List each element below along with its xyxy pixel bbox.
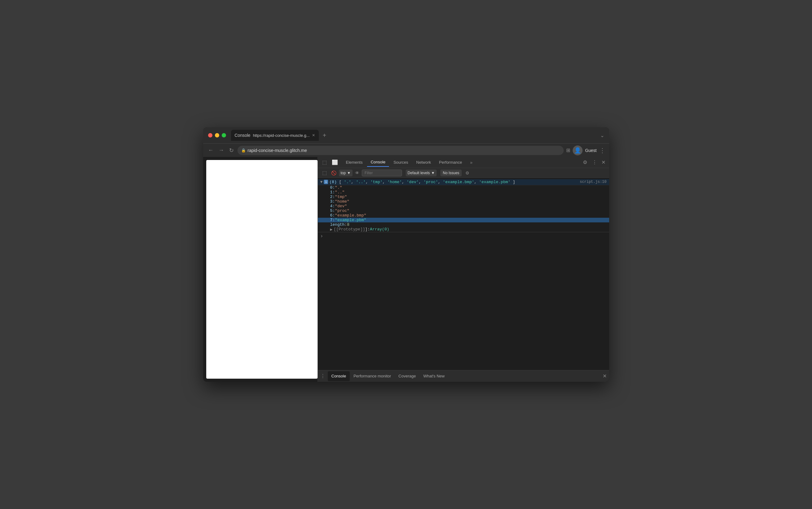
devtools-element-inspect-icon[interactable]: ⬚ [320,169,329,177]
context-value: top [341,171,346,175]
array-item-7: 7: "example.pbm" [318,218,609,223]
tab-console[interactable]: Console [367,158,389,167]
more-tabs-button[interactable]: » [466,158,476,167]
guest-label: Guest [585,148,596,153]
tab-performance[interactable]: Performance [435,158,466,167]
tab-network[interactable]: Network [412,158,435,167]
array-item-0: 0: "." [318,185,609,190]
console-input[interactable] [325,234,606,239]
drawer-tab-coverage[interactable]: Coverage [395,371,419,381]
no-issues-button[interactable]: No Issues [440,170,462,176]
new-tab-button[interactable]: + [320,132,329,139]
profile-button[interactable]: 👤 [573,145,583,155]
array-item-2: 2: "tmp" [318,195,609,199]
tab-sources[interactable]: Sources [389,158,412,167]
inspect-element-button[interactable]: ⬚ [320,158,329,167]
url-text: rapid-concise-muscle.glitch.me [248,148,307,153]
console-output: ▼ i (8) [ '.', '..', 'tmp', 'home', 'dev… [318,178,609,370]
tab-url: https://rapid-concise-muscle.g... [253,133,310,138]
source-link[interactable]: script.js:10 [580,180,606,184]
url-bar[interactable]: 🔒 rapid-concise-muscle.glitch.me [238,146,564,155]
clear-console-icon[interactable]: 🚫 [331,170,337,175]
title-bar-right: ⌄ [600,133,604,138]
console-array-entry: ▼ i (8) [ '.', '..', 'tmp', 'home', 'dev… [318,179,609,185]
highlighted-value: "example.pbm" [335,218,366,223]
close-traffic-light[interactable] [208,133,212,137]
lock-icon: 🔒 [241,148,246,152]
more-menu-button[interactable]: ⋮ [599,147,605,154]
reload-button[interactable]: ↻ [228,146,235,155]
devtools-actions: ⚙ ⋮ ✕ [581,158,607,167]
tab-favicon: Console [235,133,250,138]
drawer-coverage-label: Coverage [399,374,416,378]
default-levels-selector[interactable]: Default levels ▼ [406,170,437,176]
array-item-3: 3: "home" [318,199,609,204]
console-input-line: › [318,232,609,240]
default-levels-label: Default levels [408,171,430,175]
nav-bar: ← → ↻ 🔒 rapid-concise-muscle.glitch.me ⊞… [203,143,609,157]
active-tab[interactable]: Console https://rapid-concise-muscle.g..… [231,130,319,141]
devtools-toolbar: ⬚ ⬜ Elements Console Sources Network [318,157,609,168]
drawer-tab-whats-new[interactable]: What's New [419,371,448,381]
array-item-4: 4: "dev" [318,204,609,208]
filter-input[interactable] [362,170,402,176]
devtools-more-button[interactable]: ⋮ [590,158,599,167]
bottom-drawer: ⋮ Console Performance monitor Coverage W… [318,370,609,382]
prototype-toggle[interactable]: ▶ [330,227,333,232]
drawer-tab-console[interactable]: Console [328,371,350,381]
traffic-lights [208,133,226,137]
tab-bar: Console https://rapid-concise-muscle.g..… [231,130,598,141]
console-toolbar: ⬚ 🚫 top ▼ 👁 Default levels ▼ No Issues ⚙ [318,168,609,178]
array-collapse-toggle[interactable]: ▼ [320,180,323,184]
info-badge: i [324,180,328,184]
array-item-5: 5: "proc" [318,208,609,213]
nav-right: ⊞ 👤 Guest ⋮ [566,145,605,155]
drawer-close-button[interactable]: ✕ [603,373,607,379]
devtools-settings-button[interactable]: ⚙ [581,158,589,167]
console-prompt: › [320,234,323,239]
drawer-more-icon[interactable]: ⋮ [320,373,325,379]
device-mode-button[interactable]: ⬜ [330,158,340,167]
no-issues-label: No Issues [443,171,459,175]
browser-window: Console https://rapid-concise-muscle.g..… [203,127,609,382]
drawer-whats-new-label: What's New [423,374,445,378]
drawer-console-label: Console [332,374,346,378]
devtools-tabs: Elements Console Sources Network Perform… [341,158,580,167]
context-selector[interactable]: top ▼ [339,170,353,176]
forward-button[interactable]: → [217,146,225,155]
chevron-down-icon[interactable]: ⌄ [600,133,604,138]
array-item-6: 6: "example.bmp" [318,213,609,218]
main-area: ⬚ ⬜ Elements Console Sources Network [203,157,609,382]
maximize-traffic-light[interactable] [222,133,226,137]
eye-icon[interactable]: 👁 [355,170,359,175]
devtools-close-button[interactable]: ✕ [600,158,607,167]
context-chevron-icon: ▼ [347,171,351,175]
back-button[interactable]: ← [207,146,215,155]
minimize-traffic-light[interactable] [215,133,219,137]
title-bar: Console https://rapid-concise-muscle.g..… [203,127,609,143]
array-preview-text: (8) [ '.', '..', 'tmp', 'home', 'dev', '… [329,180,515,184]
drawer-performance-label: Performance monitor [353,374,391,378]
sidebar-toggle-icon[interactable]: ⊞ [566,147,570,153]
console-settings-icon[interactable]: ⚙ [465,170,469,175]
default-levels-chevron-icon: ▼ [431,171,435,175]
array-item-1: 1: ".." [318,190,609,195]
array-prototype: ▶ [[Prototype]] ]: Array(0) [318,227,609,232]
profile-icon: 👤 [574,147,581,154]
tab-close-button[interactable]: ✕ [312,133,315,137]
array-length: length : 8 [318,223,609,227]
tab-elements[interactable]: Elements [342,158,367,167]
devtools-panel: ⬚ ⬜ Elements Console Sources Network [318,157,609,382]
page-content-area [206,160,318,379]
drawer-tab-performance-monitor[interactable]: Performance monitor [350,371,395,381]
